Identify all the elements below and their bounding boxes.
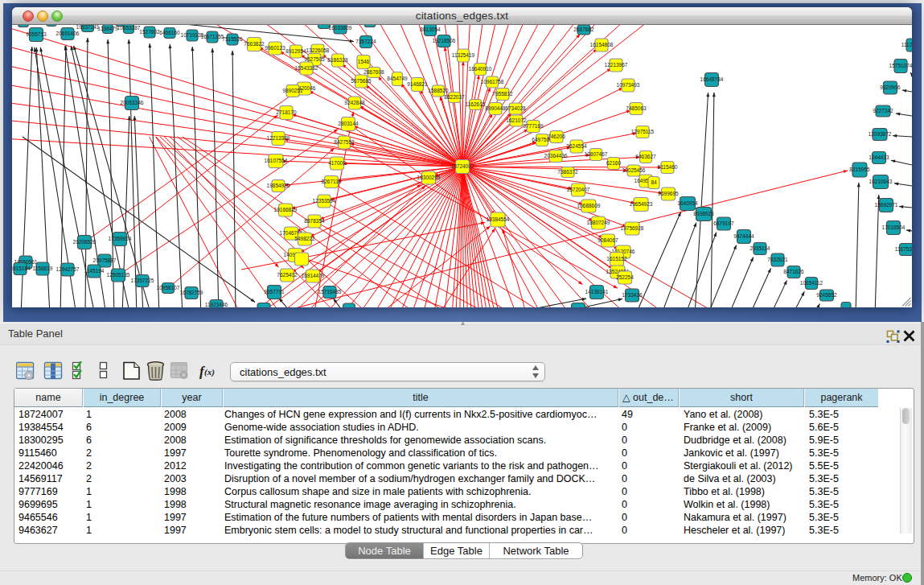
svg-text:6466160: 6466160	[159, 30, 180, 35]
svg-text:20691406: 20691406	[56, 31, 80, 36]
svg-text:8215955: 8215955	[849, 167, 870, 172]
svg-text:8938923: 8938923	[693, 211, 714, 216]
svg-text:10654112: 10654112	[800, 280, 823, 286]
svg-text:19756928: 19756928	[621, 225, 644, 231]
svg-text:19384554: 19384554	[487, 216, 510, 222]
svg-text:9699695: 9699695	[658, 191, 679, 196]
svg-text:18724007: 18724007	[451, 163, 474, 169]
svg-text:746206: 746206	[548, 134, 565, 139]
svg-text:9527505: 9527505	[304, 56, 325, 62]
svg-text:1588520: 1588520	[428, 88, 449, 93]
svg-text:19218506: 19218506	[433, 38, 456, 43]
svg-text:9960123: 9960123	[265, 45, 285, 51]
svg-text:12975115: 12975115	[631, 129, 655, 134]
svg-text:10025456: 10025456	[622, 167, 646, 173]
svg-text:3915184: 3915184	[12, 266, 31, 271]
svg-text:9890251: 9890251	[282, 88, 303, 93]
svg-text:252254: 252254	[616, 274, 634, 280]
svg-text:7386372: 7386372	[557, 169, 578, 175]
svg-text:10653287: 10653287	[117, 25, 141, 31]
svg-text:9115460: 9115460	[658, 164, 678, 170]
svg-text:8471626: 8471626	[783, 269, 804, 274]
svg-text:9657791: 9657791	[264, 289, 285, 295]
svg-text:12505135: 12505135	[107, 272, 130, 278]
svg-text:20206526: 20206526	[73, 239, 97, 245]
svg-text:10961758: 10961758	[481, 79, 504, 84]
svg-text:6879197: 6879197	[713, 220, 734, 226]
svg-text:7357224: 7357224	[355, 39, 376, 44]
svg-text:7515526: 7515526	[222, 36, 243, 42]
svg-text:18300295: 18300295	[417, 175, 441, 180]
svg-text:7485063: 7485063	[626, 105, 647, 111]
svg-text:1244413: 1244413	[869, 154, 889, 160]
svg-text:16671355: 16671355	[201, 34, 224, 39]
svg-text:12093872: 12093872	[869, 131, 892, 137]
svg-text:12353594: 12353594	[313, 198, 336, 204]
svg-text:3624554: 3624554	[566, 143, 587, 149]
svg-text:16154808: 16154808	[590, 42, 614, 47]
svg-text:12213967: 12213967	[605, 62, 628, 68]
svg-text:19166829: 19166829	[274, 207, 298, 212]
svg-text:18640910: 18640910	[469, 66, 492, 72]
svg-text:20975887: 20975887	[93, 257, 117, 263]
svg-text:2803144: 2803144	[338, 121, 359, 126]
svg-text:(x): (x)	[204, 367, 215, 377]
svg-text:8912954: 8912954	[285, 48, 306, 54]
svg-text:8990448: 8990448	[485, 105, 506, 111]
svg-text:11923446: 11923446	[205, 302, 228, 307]
svg-text:19654923: 19654923	[630, 201, 653, 207]
svg-text:17357225: 17357225	[131, 278, 154, 283]
svg-text:9245652: 9245652	[816, 292, 837, 298]
svg-text:9474444: 9474444	[733, 233, 754, 239]
svg-text:14136141: 14136141	[585, 289, 609, 295]
svg-text:12213389: 12213389	[267, 135, 290, 141]
svg-text:8267110: 8267110	[322, 179, 342, 184]
svg-text:10958107: 10958107	[157, 285, 180, 290]
svg-text:15751074: 15751074	[889, 63, 912, 68]
svg-text:2687682: 2687682	[573, 27, 594, 32]
svg-text:11675335: 11675335	[895, 246, 912, 252]
svg-text:1621072: 1621072	[506, 117, 527, 123]
svg-text:1112307: 1112307	[901, 42, 912, 47]
svg-text:16648784: 16648784	[700, 76, 724, 82]
svg-text:9227342: 9227342	[873, 108, 893, 113]
svg-text:7663822: 7663822	[244, 41, 265, 47]
svg-text:20364436: 20364436	[544, 153, 568, 159]
svg-text:1546: 1546	[358, 59, 370, 64]
svg-text:7955812: 7955812	[492, 91, 513, 97]
svg-text:10807467: 10807467	[585, 151, 608, 157]
svg-text:8813054: 8813054	[420, 27, 441, 32]
svg-text:1145194: 1145194	[84, 268, 105, 274]
svg-text:8186328: 8186328	[327, 57, 348, 63]
svg-text:1338479: 1338479	[97, 26, 118, 31]
svg-text:15720407: 15720407	[567, 187, 590, 192]
svg-text:13226058: 13226058	[306, 47, 330, 53]
svg-text:2867608: 2867608	[363, 69, 384, 75]
svg-text:2935114: 2935114	[750, 245, 770, 251]
svg-text:12942757: 12942757	[56, 266, 80, 272]
svg-text:8878354: 8878354	[304, 218, 325, 224]
svg-text:9463627: 9463627	[635, 154, 656, 159]
svg-text:9055713: 9055713	[26, 31, 47, 37]
svg-text:1615152: 1615152	[606, 256, 627, 262]
svg-text:1527602: 1527602	[139, 29, 160, 35]
svg-text:417008: 417008	[328, 160, 346, 166]
svg-text:62160: 62160	[606, 160, 621, 166]
svg-text:16033809: 16033809	[329, 25, 352, 31]
svg-text:16914479: 16914479	[302, 273, 325, 278]
svg-text:6734028: 6734028	[505, 105, 526, 111]
svg-text:17359924: 17359924	[109, 236, 132, 241]
svg-text:9084067: 9084067	[598, 237, 618, 243]
svg-text:8454749: 8454749	[387, 76, 408, 81]
svg-text:5675685: 5675685	[351, 78, 372, 84]
svg-text:7632621: 7632621	[767, 257, 788, 262]
svg-text:9242848: 9242848	[344, 100, 365, 105]
svg-text:19937141: 19937141	[76, 25, 100, 30]
svg-text:1640954: 1640954	[677, 200, 698, 206]
svg-text:9329906: 9329906	[880, 84, 901, 90]
svg-text:1156819: 1156819	[33, 266, 53, 271]
svg-text:18807249: 18807249	[587, 220, 610, 225]
svg-text:10210643: 10210643	[869, 179, 893, 184]
svg-text:16107554: 16107554	[265, 158, 288, 163]
svg-text:8427552: 8427552	[334, 139, 355, 145]
